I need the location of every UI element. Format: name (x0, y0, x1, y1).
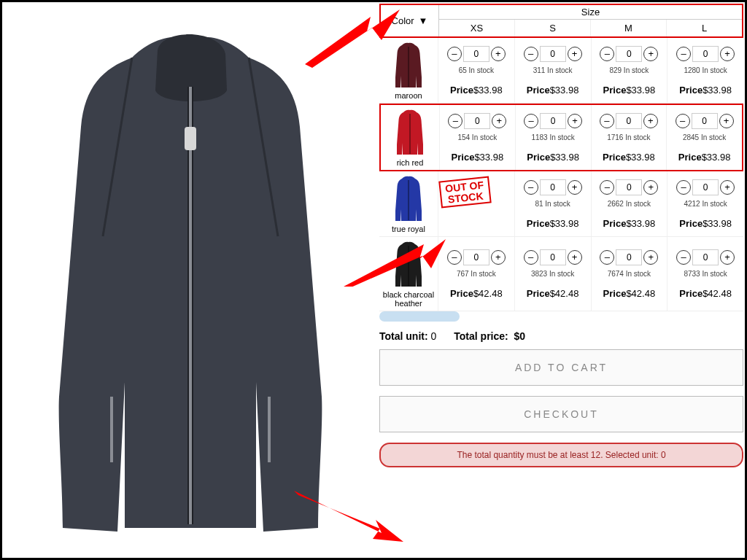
quantity-stepper: –+ (448, 113, 506, 129)
quantity-stepper: –+ (676, 179, 735, 195)
decrement-button[interactable]: – (600, 47, 614, 61)
quantity-input[interactable] (464, 113, 490, 129)
color-name: true royal (392, 225, 425, 233)
increment-button[interactable]: + (491, 47, 506, 61)
grid-header: Color ▼ Size XS S M L (379, 4, 743, 38)
stock-label: 767 In stock (457, 270, 496, 278)
color-swatch (394, 108, 426, 156)
size-cell: –+4212 In stockPrice$33.98 (667, 171, 743, 236)
increment-button[interactable]: + (720, 180, 735, 195)
decrement-button[interactable]: – (676, 250, 691, 265)
price-label: Price$33.98 (603, 218, 656, 229)
size-cell: –+8733 In stockPrice$42.48 (667, 237, 743, 311)
increment-button[interactable]: + (491, 250, 506, 265)
decrement-button[interactable]: – (448, 114, 462, 128)
quantity-input[interactable] (692, 249, 719, 265)
decrement-button[interactable]: – (600, 114, 614, 128)
size-cell: –+2662 In stockPrice$33.98 (591, 171, 667, 236)
decrement-button[interactable]: – (447, 250, 462, 265)
quantity-stepper: –+ (600, 46, 658, 62)
decrement-button[interactable]: – (676, 47, 691, 61)
quantity-stepper: –+ (447, 249, 506, 265)
checkout-button[interactable]: CHECKOUT (379, 396, 743, 432)
color-cell: rich red (381, 105, 439, 170)
increment-button[interactable]: + (643, 47, 658, 61)
total-unit-label: Total unit: (379, 330, 428, 342)
horizontal-scrollbar-thumb[interactable] (379, 311, 460, 322)
quantity-stepper: –+ (600, 179, 658, 195)
size-cell: –+154 In stockPrice$33.98 (439, 105, 515, 170)
decrement-button[interactable]: – (600, 250, 614, 265)
size-cell: OUT OFSTOCK (438, 171, 514, 236)
quantity-stepper: –+ (447, 46, 506, 62)
size-col-xs: XS (439, 20, 515, 36)
increment-button[interactable]: + (720, 47, 735, 61)
quantity-input[interactable] (616, 179, 642, 195)
quantity-input[interactable] (463, 46, 489, 62)
quantity-input[interactable] (692, 46, 719, 62)
quantity-stepper: –+ (600, 113, 658, 129)
stock-label: 65 In stock (459, 66, 494, 74)
increment-button[interactable]: + (720, 250, 735, 265)
size-cell: –+2845 In stockPrice$33.98 (666, 105, 742, 170)
increment-button[interactable]: + (568, 114, 582, 128)
color-name: rich red (397, 158, 424, 167)
quantity-stepper: –+ (676, 46, 735, 62)
add-to-cart-button[interactable]: ADD TO CART (379, 349, 743, 386)
decrement-button[interactable]: – (524, 180, 538, 195)
dropdown-icon: ▼ (419, 15, 428, 26)
decrement-button[interactable]: – (676, 180, 691, 195)
stock-label: 154 In stock (457, 133, 497, 141)
annotation-arrow-oos (344, 236, 446, 287)
stock-label: 4212 In stock (684, 200, 727, 208)
size-cell: –+767 In stockPrice$42.48 (438, 237, 514, 311)
quantity-input[interactable] (616, 249, 642, 265)
stock-label: 81 In stock (535, 200, 570, 208)
stock-label: 829 In stock (609, 66, 649, 74)
increment-button[interactable]: + (643, 180, 658, 195)
out-of-stock-stamp: OUT OFSTOCK (438, 176, 491, 209)
price-label: Price$33.98 (603, 85, 656, 96)
increment-button[interactable]: + (568, 180, 582, 195)
color-swatch (392, 174, 425, 222)
decrement-button[interactable]: – (447, 47, 462, 61)
decrement-button[interactable]: – (524, 114, 538, 128)
quantity-stepper: –+ (524, 249, 582, 265)
quantity-input[interactable] (692, 113, 718, 129)
quantity-input[interactable] (540, 179, 566, 195)
stock-label: 8733 In stock (684, 270, 727, 278)
svg-rect-7 (408, 180, 409, 220)
price-label: Price$33.98 (603, 152, 655, 163)
color-cell: true royal (379, 171, 438, 236)
increment-button[interactable]: + (568, 47, 582, 61)
svg-marker-11 (294, 491, 403, 542)
increment-button[interactable]: + (643, 114, 658, 128)
svg-rect-4 (268, 397, 271, 462)
decrement-button[interactable]: – (676, 114, 690, 128)
quantity-stepper: –+ (676, 113, 734, 129)
quantity-input[interactable] (616, 46, 642, 62)
price-label: Price$42.48 (450, 288, 503, 299)
price-label: Price$42.48 (527, 288, 579, 299)
increment-button[interactable]: + (568, 250, 582, 265)
quantity-stepper: –+ (524, 179, 582, 195)
stock-label: 7674 In stock (608, 270, 651, 278)
total-price-label: Total price: (454, 330, 508, 342)
quantity-input[interactable] (540, 113, 566, 129)
increment-button[interactable]: + (492, 114, 506, 128)
quantity-input[interactable] (616, 113, 642, 129)
increment-button[interactable]: + (643, 250, 658, 265)
size-header-label: Size (439, 5, 742, 20)
quantity-input[interactable] (692, 179, 719, 195)
decrement-button[interactable]: – (600, 180, 614, 195)
size-col-s: S (515, 20, 591, 36)
quantity-input[interactable] (463, 249, 489, 265)
quantity-input[interactable] (540, 249, 566, 265)
size-cell: –+3823 In stockPrice$42.48 (514, 237, 591, 311)
decrement-button[interactable]: – (524, 250, 538, 265)
product-image (30, 18, 351, 542)
decrement-button[interactable]: – (524, 47, 538, 61)
quantity-input[interactable] (540, 46, 566, 62)
increment-button[interactable]: + (719, 114, 734, 128)
price-label: Price$33.98 (527, 152, 579, 163)
